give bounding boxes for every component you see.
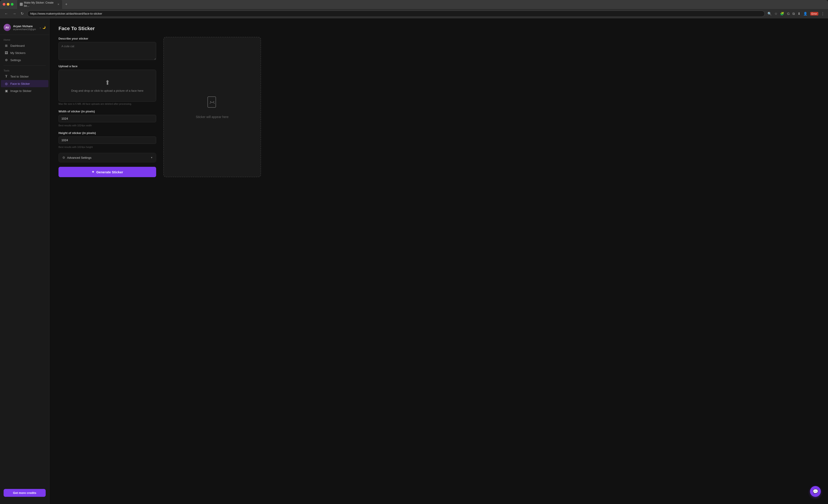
upload-label: Upload a face (58, 64, 156, 68)
image-icon: ▣ (4, 89, 8, 93)
new-tab-btn[interactable]: + (64, 2, 69, 7)
sidebar-item-my-stickers[interactable]: 🖼 My Stickers (1, 49, 48, 56)
sidebar-item-settings[interactable]: ⚙ Settings (1, 56, 48, 63)
my-stickers-icon: 🖼 (4, 51, 8, 55)
sidebar-bottom: Get more credits (0, 485, 49, 500)
back-btn[interactable]: ← (4, 11, 9, 17)
generate-sticker-button[interactable]: ✦ Generate Sticker (58, 167, 156, 177)
get-credits-button[interactable]: Get more credits (4, 489, 46, 497)
tab-title: Make My Sticker: Create be... (24, 1, 56, 7)
describe-textarea[interactable] (58, 42, 156, 60)
sticker-file-icon (205, 96, 219, 111)
dark-mode-icon[interactable]: 🌙 (42, 26, 46, 29)
width-group: Width of sticker (in pixels) Best result… (58, 110, 156, 127)
user-email: aryanvichare10@gm (13, 28, 37, 31)
advanced-settings-toggle[interactable]: ⚙ Advanced Settings ▾ (59, 153, 156, 162)
upload-group: Upload a face ⬆ Drag and drop or click t… (58, 64, 156, 105)
sidebar-item-dashboard[interactable]: ⊞ Dashboard (1, 42, 48, 49)
content-grid: Describe your sticker Upload a face ⬆ Dr… (58, 37, 261, 177)
sidebar-item-label: Image to Sticker (10, 89, 32, 93)
upload-icon: ⬆ (105, 79, 110, 86)
user-controls: ⌄ 🌙 (39, 26, 46, 29)
generate-btn-label: Generate Sticker (96, 170, 123, 174)
sidebar-item-label: My Stickers (10, 51, 26, 55)
nav-bar: ← → ↻ https://www.makemysticker.ai/dashb… (0, 8, 828, 18)
width-label: Width of sticker (in pixels) (58, 110, 156, 113)
sidebar-item-face-to-sticker[interactable]: ◎ Face to Sticker (1, 80, 48, 87)
user-dropdown-icon[interactable]: ⌄ (39, 26, 41, 29)
tab-favicon (20, 3, 23, 6)
tab-bar: Make My Sticker: Create be... ✕ + (0, 0, 828, 8)
home-section-label: Home (0, 37, 49, 42)
svg-rect-0 (208, 97, 216, 107)
preview-panel: Sticker will appear here (163, 37, 261, 177)
google-icon[interactable]: G (787, 12, 790, 15)
upload-drag-text: Drag and drop or click to upload a pictu… (71, 89, 143, 92)
main-content: Face To Sticker Describe your sticker Up… (49, 18, 828, 504)
height-input[interactable] (58, 136, 156, 144)
download-icon[interactable]: ⬇ (798, 12, 800, 16)
app-container: AV Aryan Vichare aryanvichare10@gm ⌄ 🌙 H… (0, 18, 828, 504)
sidebar-user: AV Aryan Vichare aryanvichare10@gm ⌄ 🌙 (0, 22, 49, 35)
advanced-settings-icon: ⚙ (62, 156, 65, 159)
minimize-window-btn[interactable] (7, 3, 9, 6)
sidebar-item-label: Text to Sticker (10, 75, 29, 78)
profile-icon[interactable]: 👤 (803, 12, 808, 16)
width-hint: Best results with 1024px width (58, 124, 156, 127)
form-panel: Describe your sticker Upload a face ⬆ Dr… (58, 37, 156, 177)
sidebar-item-label: Face to Sticker (10, 82, 30, 85)
generate-icon: ✦ (92, 170, 94, 174)
browser-tab[interactable]: Make My Sticker: Create be... ✕ (17, 0, 62, 9)
upload-note: Max file size is 5 MB. All face uploads … (58, 102, 156, 105)
sidebar-item-label: Settings (10, 58, 21, 62)
sidebar-item-label: Dashboard (10, 44, 25, 47)
sidebar: AV Aryan Vichare aryanvichare10@gm ⌄ 🌙 H… (0, 18, 49, 504)
error-badge[interactable]: Error (810, 12, 818, 15)
address-bar[interactable]: https://www.makemysticker.ai/dashboard/f… (27, 10, 765, 17)
svg-point-2 (213, 101, 214, 102)
extensions-icon[interactable]: 🧩 (780, 12, 784, 16)
chevron-down-icon: ▾ (151, 156, 152, 159)
avatar-initials: AV (5, 26, 9, 29)
height-group: Height of sticker (in pixels) Best resul… (58, 131, 156, 148)
chat-icon: 💬 (813, 489, 818, 494)
width-input[interactable] (58, 115, 156, 122)
face-icon: ◎ (4, 82, 8, 85)
traffic-lights (3, 3, 13, 6)
height-hint: Best results with 1024px height (58, 146, 156, 148)
star-icon[interactable]: ☆ (775, 12, 777, 16)
advanced-settings-section: ⚙ Advanced Settings ▾ (58, 153, 156, 162)
forward-btn[interactable]: → (12, 11, 17, 17)
sidebar-item-text-to-sticker[interactable]: T Text to Sticker (1, 73, 48, 80)
describe-label: Describe your sticker (58, 37, 156, 40)
chat-button[interactable]: 💬 (810, 486, 821, 497)
user-info: Aryan Vichare aryanvichare10@gm (13, 25, 37, 31)
nav-icons: 🔍 ☆ 🧩 G ⧉ ⬇ 👤 Error ⋮ (768, 12, 824, 16)
text-icon: T (4, 75, 8, 78)
sticker-placeholder-text: Sticker will appear here (196, 115, 229, 119)
tab-close-btn[interactable]: ✕ (57, 3, 59, 6)
dashboard-icon: ⊞ (4, 44, 8, 47)
sidebar-item-image-to-sticker[interactable]: ▣ Image to Sticker (1, 87, 48, 94)
page-title: Face To Sticker (58, 26, 819, 32)
user-name: Aryan Vichare (13, 25, 37, 28)
tools-section-label: Tools (0, 67, 49, 73)
svg-point-1 (210, 101, 211, 102)
menu-icon[interactable]: ⋮ (821, 12, 824, 16)
avatar: AV (4, 24, 11, 31)
describe-group: Describe your sticker (58, 37, 156, 60)
close-window-btn[interactable] (3, 3, 5, 6)
upload-dropzone[interactable]: ⬆ Drag and drop or click to upload a pic… (58, 70, 156, 102)
search-icon[interactable]: 🔍 (768, 12, 772, 16)
maximize-window-btn[interactable] (11, 3, 13, 6)
reload-btn[interactable]: ↻ (20, 10, 25, 17)
translate-icon[interactable]: ⧉ (792, 12, 795, 16)
advanced-settings-label: Advanced Settings (67, 156, 91, 159)
height-label: Height of sticker (in pixels) (58, 131, 156, 135)
advanced-settings-left: ⚙ Advanced Settings (62, 156, 91, 159)
settings-gear-icon: ⚙ (4, 58, 8, 62)
url-text: https://www.makemysticker.ai/dashboard/f… (30, 12, 102, 15)
browser-chrome: Make My Sticker: Create be... ✕ + ← → ↻ … (0, 0, 828, 18)
